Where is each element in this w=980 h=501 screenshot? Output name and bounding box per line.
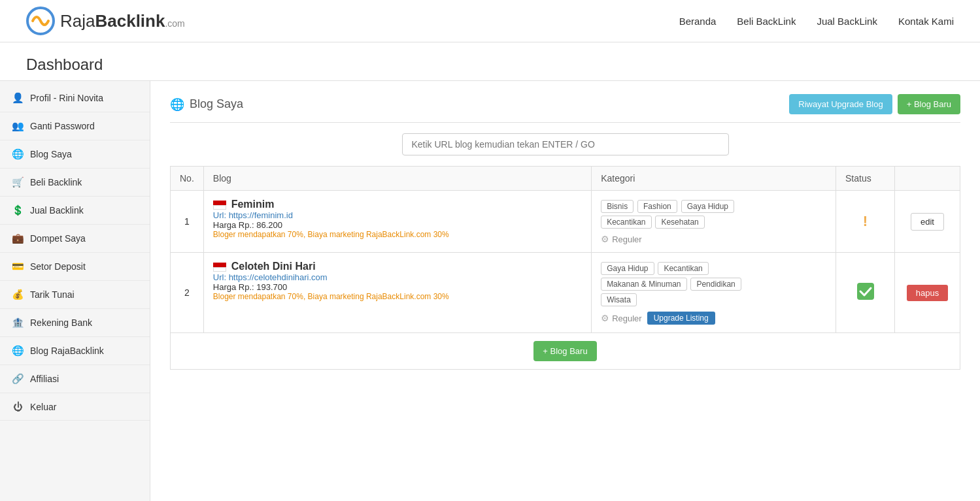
blog-url-row1: Url: https://feminim.id: [213, 210, 582, 220]
blog-note-row2: Bloger mendapatkan 70%, Biaya marketing …: [213, 292, 582, 301]
globe-icon: 🌐: [12, 148, 24, 160]
dashboard-title: Dashboard: [0, 42, 980, 81]
sidebar-label-ganti-password: Ganti Password: [30, 121, 95, 131]
blog-name-row2: Celoteh Dini Hari: [231, 261, 316, 272]
tag-makanan: Makanan & Minuman: [601, 278, 686, 291]
status-warning-icon: !: [845, 213, 885, 230]
section-actions: Riwayat Upgrade Blog + Blog Baru: [789, 94, 960, 114]
sidebar-label-jual-backlink: Jual Backlink: [30, 205, 84, 216]
logo-text: RajaBacklink.com: [60, 11, 185, 31]
row1-action: edit: [895, 191, 960, 253]
riwayat-upgrade-button[interactable]: Riwayat Upgrade Blog: [789, 94, 892, 114]
main-content: 🌐 Blog Saya Riwayat Upgrade Blog + Blog …: [150, 81, 980, 501]
tier-label-row1: Reguler: [612, 234, 642, 244]
sidebar-label-tarik-tunai: Tarik Tunai: [30, 289, 75, 300]
sidebar-item-profil[interactable]: 👤 Profil - Rini Novita: [0, 84, 150, 112]
globe2-icon: 🌐: [12, 345, 24, 357]
col-status: Status: [836, 167, 895, 191]
blog-name-row1: Feminim: [231, 199, 275, 210]
sidebar-label-blog-rajabacklink: Blog RajaBacklink: [30, 346, 104, 356]
tag-kesehatan: Kesehatan: [655, 216, 704, 229]
sidebar-label-rekening-bank: Rekening Bank: [30, 317, 92, 328]
row1-no: 1: [171, 191, 204, 253]
card-icon: 💳: [12, 261, 24, 272]
add-blog-button-top[interactable]: + Blog Baru: [898, 94, 960, 114]
flag-icon-row2: [213, 263, 226, 272]
row2-status: [836, 253, 895, 333]
tag-wisata: Wisata: [601, 293, 637, 306]
bank-icon: 🏦: [12, 317, 24, 329]
blog-price-row1: Harga Rp.: 86.200: [213, 220, 582, 230]
tag-kecantikan: Kecantikan: [601, 216, 651, 229]
sidebar: 👤 Profil - Rini Novita 👥 Ganti Password …: [0, 81, 150, 501]
table-row: 1 Feminim Url: https://feminim.id Harga …: [171, 191, 960, 253]
tier-label-row2: Reguler: [612, 314, 642, 323]
nav-kontak-kami[interactable]: Kontak Kami: [898, 16, 954, 27]
logo-prefix: Raja: [60, 11, 95, 31]
logo-icon: [26, 7, 55, 35]
sidebar-label-profil: Profil - Rini Novita: [30, 93, 103, 103]
sidebar-label-affiliasi: Affiliasi: [30, 374, 59, 384]
search-bar: [170, 133, 960, 155]
row1-tier: ⚙ Reguler: [601, 234, 642, 244]
col-kategori: Kategori: [592, 167, 836, 191]
logo-bold: Backlink: [95, 11, 165, 31]
link-icon: 🔗: [12, 373, 24, 385]
table-row: 2 Celoteh Dini Hari Url: https://celoteh…: [171, 253, 960, 333]
sidebar-item-tarik-tunai[interactable]: 💰 Tarik Tunai: [0, 281, 150, 309]
power-icon: ⏻: [12, 401, 24, 412]
section-header: 🌐 Blog Saya Riwayat Upgrade Blog + Blog …: [170, 94, 960, 123]
flag-icon-row1: [213, 201, 226, 210]
sidebar-label-blog-saya: Blog Saya: [30, 149, 72, 159]
sidebar-item-blog-rajabacklink[interactable]: 🌐 Blog RajaBacklink: [0, 337, 150, 365]
sidebar-label-beli-backlink: Beli Backlink: [30, 177, 82, 187]
section-title-text: Blog Saya: [190, 97, 243, 111]
users-icon: 👥: [12, 120, 24, 132]
row2-kategori: Gaya Hidup Kecantikan Makanan & Minuman …: [592, 253, 836, 333]
nav-jual-backlink[interactable]: Jual BackLink: [817, 16, 877, 27]
nav-beli-backlink[interactable]: Beli BackLink: [737, 16, 796, 27]
add-blog-button-bottom[interactable]: + Blog Baru: [533, 341, 596, 361]
row2-blog: Celoteh Dini Hari Url: https://celotehdi…: [203, 253, 591, 333]
blog-table: No. Blog Kategori Status 1: [170, 166, 960, 370]
edit-button-row1[interactable]: edit: [911, 213, 944, 231]
cart-icon: 🛒: [12, 176, 24, 188]
col-blog: Blog: [203, 167, 591, 191]
user-icon: 👤: [12, 92, 24, 104]
row2-no: 2: [171, 253, 204, 333]
sidebar-label-setor-deposit: Setor Deposit: [30, 261, 86, 272]
gear-icon-row1: ⚙: [601, 234, 609, 244]
sidebar-item-ganti-password[interactable]: 👥 Ganti Password: [0, 112, 150, 140]
nav-beranda[interactable]: Beranda: [679, 16, 717, 27]
wallet-icon: 💼: [12, 233, 24, 244]
checkmark-icon: [857, 283, 874, 300]
sidebar-item-jual-backlink[interactable]: 💲 Jual Backlink: [0, 197, 150, 225]
blog-url-row2: Url: https://celotehdinihari.com: [213, 272, 582, 282]
layout: 👤 Profil - Rini Novita 👥 Ganti Password …: [0, 81, 980, 501]
blog-price-row2: Harga Rp.: 193.700: [213, 282, 582, 292]
sidebar-item-beli-backlink[interactable]: 🛒 Beli Backlink: [0, 169, 150, 197]
gear-icon-row2: ⚙: [601, 313, 609, 323]
search-input[interactable]: [402, 133, 729, 155]
sidebar-item-dompet-saya[interactable]: 💼 Dompet Saya: [0, 225, 150, 253]
sidebar-item-blog-saya[interactable]: 🌐 Blog Saya: [0, 140, 150, 169]
row1-blog: Feminim Url: https://feminim.id Harga Rp…: [203, 191, 591, 253]
upgrade-listing-button[interactable]: Upgrade Listing: [647, 312, 715, 325]
sidebar-label-dompet-saya: Dompet Saya: [30, 233, 86, 244]
tag-gaya-hidup: Gaya Hidup: [681, 200, 734, 213]
tag-pendidikan: Pendidikan: [690, 278, 741, 291]
sidebar-item-rekening-bank[interactable]: 🏦 Rekening Bank: [0, 309, 150, 337]
tag-gaya-hidup2: Gaya Hidup: [601, 262, 654, 275]
col-no: No.: [171, 167, 204, 191]
status-ok-icon: [845, 283, 885, 303]
cash-icon: 💰: [12, 289, 24, 300]
sidebar-item-setor-deposit[interactable]: 💳 Setor Deposit: [0, 253, 150, 281]
sidebar-item-affiliasi[interactable]: 🔗 Affiliasi: [0, 365, 150, 393]
sidebar-label-keluar: Keluar: [30, 402, 56, 412]
sidebar-item-keluar[interactable]: ⏻ Keluar: [0, 393, 150, 421]
col-action: [895, 167, 960, 191]
hapus-button-row2[interactable]: hapus: [907, 285, 948, 301]
money-icon: 💲: [12, 204, 24, 216]
row1-kategori: Bisnis Fashion Gaya Hidup Kecantikan Kes…: [592, 191, 836, 253]
blog-note-row1: Bloger mendapatkan 70%, Biaya marketing …: [213, 230, 582, 239]
